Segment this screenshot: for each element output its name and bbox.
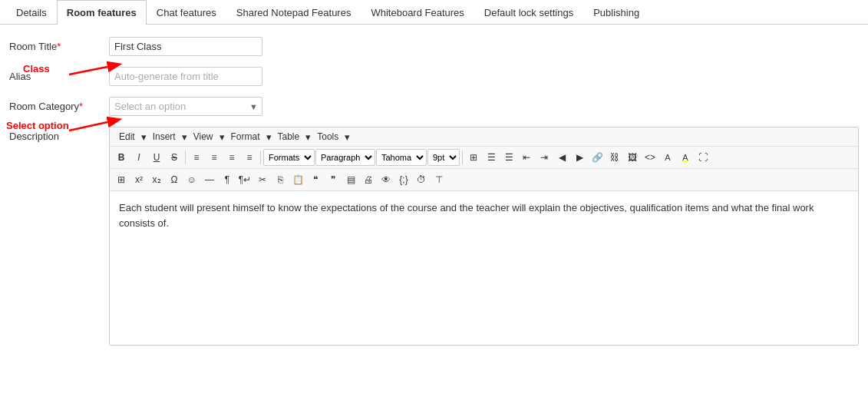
toolbar-special-chars[interactable]: Ω (166, 171, 183, 188)
toolbar-copy[interactable]: ⎘ (272, 171, 289, 188)
toolbar-cut[interactable]: ✂ (254, 171, 271, 188)
content-area: Room Title* Alias Room Category* Select … (0, 25, 868, 369)
toolbar-underline[interactable]: U (148, 149, 165, 166)
toolbar-media[interactable]: ▤ (342, 171, 359, 188)
toolbar-code2[interactable]: {;} (395, 171, 412, 188)
tab-shared-notepad[interactable]: Shared Notepad Features (226, 0, 361, 25)
room-category-field: Select an option ▼ (109, 97, 262, 116)
toolbar-align-right2[interactable]: ▶ (571, 149, 588, 166)
toolbar-fontsize-select[interactable]: 9pt (427, 149, 460, 166)
toolbar-bulleted-list[interactable]: ☰ (483, 149, 500, 166)
toolbar-hr[interactable]: — (201, 171, 218, 188)
editor-text: Each student will present himself to kno… (119, 202, 814, 229)
alias-input[interactable] (109, 67, 262, 86)
toolbar-font-select[interactable]: Tahoma (376, 149, 427, 166)
toolbar-strikethrough[interactable]: S (166, 149, 183, 166)
toolbar-code[interactable]: <> (642, 149, 658, 166)
tab-publishing[interactable]: Publishing (583, 0, 649, 25)
toolbar-font-color[interactable]: A (659, 149, 676, 166)
toolbar-align-left2[interactable]: ◀ (553, 149, 570, 166)
toolbar-preview[interactable]: 👁 (378, 171, 394, 188)
toolbar-unlink[interactable]: ⛓ (606, 149, 623, 166)
tab-details[interactable]: Details (6, 0, 57, 25)
room-title-field (109, 37, 262, 56)
toolbar-sep-2 (260, 151, 261, 164)
toolbar-emoji[interactable]: ☺ (183, 171, 200, 188)
toolbar-blockquote-close[interactable]: ❞ (325, 171, 342, 188)
tab-room-features[interactable]: Room features (57, 0, 147, 25)
toolbar-bold[interactable]: B (113, 149, 130, 166)
toolbar-superscript[interactable]: x² (130, 171, 147, 188)
alias-label: Alias (9, 67, 109, 82)
toolbar-bg-color[interactable]: A (677, 149, 694, 166)
editor-toolbar-1: B I U S ≡ ≡ ≡ ≡ Formats Paragraph (110, 147, 858, 169)
toolbar-formats-select[interactable]: Formats (263, 149, 315, 166)
toolbar-pagebreak[interactable]: ¶ (219, 171, 236, 188)
toolbar-table2[interactable]: ⊞ (113, 171, 130, 188)
toolbar-numbered-list[interactable]: ☰ (500, 149, 517, 166)
room-category-label: Room Category* (9, 97, 109, 112)
toolbar-print[interactable]: 🖨 (360, 171, 377, 188)
tab-whiteboard[interactable]: Whiteboard Features (361, 0, 474, 25)
toolbar-table-icon[interactable]: ⊞ (465, 149, 482, 166)
toolbar-paragraph-select[interactable]: Paragraph (315, 149, 375, 166)
toolbar-indent[interactable]: ⇥ (536, 149, 553, 166)
menu-tools[interactable]: Tools (312, 130, 343, 144)
toolbar-blockquote-open[interactable]: ❝ (307, 171, 324, 188)
toolbar-align-justify[interactable]: ≡ (241, 149, 258, 166)
toolbar-sep-3 (462, 151, 463, 164)
toolbar-italic[interactable]: I (130, 149, 147, 166)
alias-row: Alias (9, 67, 859, 86)
toolbar-paste[interactable]: 📋 (289, 171, 306, 188)
room-title-label: Room Title* (9, 37, 109, 52)
toolbar-sep-1 (185, 151, 186, 164)
toolbar-source[interactable]: ⊤ (431, 171, 447, 188)
toolbar-align-left[interactable]: ≡ (188, 149, 205, 166)
menu-table[interactable]: Table (273, 130, 305, 144)
editor-content-area[interactable]: Each student will present himself to kno… (110, 191, 858, 345)
room-category-row: Room Category* Select an option ▼ (9, 97, 859, 116)
toolbar-align-center[interactable]: ≡ (206, 149, 223, 166)
toolbar-nonbreak[interactable]: ¶↵ (236, 171, 253, 188)
menu-insert[interactable]: Insert (148, 130, 180, 144)
room-category-select[interactable]: Select an option (109, 97, 262, 116)
toolbar-align-right[interactable]: ≡ (223, 149, 240, 166)
editor-menubar: Edit▾ Insert▾ View▾ Format▾ Table▾ Tools… (110, 127, 858, 147)
room-title-row: Room Title* (9, 37, 859, 56)
tab-chat-features[interactable]: Chat features (147, 0, 226, 25)
toolbar-image[interactable]: 🖼 (624, 149, 641, 166)
menu-view[interactable]: View (189, 130, 218, 144)
editor-toolbar-2: ⊞ x² x₂ Ω ☺ — ¶ ¶↵ ✂ ⎘ 📋 ❝ ❞ ▤ 🖨 👁 {; (110, 169, 858, 191)
description-row: Description Edit▾ Insert▾ View▾ Format▾ … (9, 127, 859, 346)
description-label: Description (9, 127, 109, 142)
room-title-input[interactable] (109, 37, 262, 56)
toolbar-outdent[interactable]: ⇤ (518, 149, 535, 166)
tabs-nav: Details Room features Chat features Shar… (0, 0, 868, 25)
toolbar-clock[interactable]: ⏱ (413, 171, 430, 188)
menu-format[interactable]: Format (226, 130, 265, 144)
tab-default-lock[interactable]: Default lock settings (474, 0, 583, 25)
alias-field (109, 67, 262, 86)
menu-edit[interactable]: Edit (114, 130, 140, 144)
editor-wrapper: Edit▾ Insert▾ View▾ Format▾ Table▾ Tools… (109, 127, 859, 346)
toolbar-fullscreen[interactable]: ⛶ (695, 149, 711, 166)
toolbar-link[interactable]: 🔗 (589, 149, 606, 166)
toolbar-subscript[interactable]: x₂ (148, 171, 165, 188)
